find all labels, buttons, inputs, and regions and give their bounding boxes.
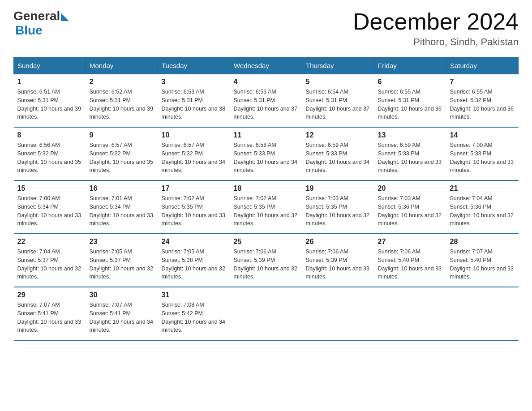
- month-title: December 2024: [353, 9, 519, 34]
- day-info: Sunrise: 6:55 AMSunset: 5:32 PMDaylight:…: [450, 89, 514, 120]
- day-number: 6: [378, 78, 443, 86]
- day-info: Sunrise: 6:51 AMSunset: 5:31 PMDaylight:…: [17, 89, 81, 120]
- table-row: 29 Sunrise: 7:07 AMSunset: 5:41 PMDaylig…: [14, 287, 86, 340]
- day-number: 21: [450, 184, 515, 193]
- table-row: 7 Sunrise: 6:55 AMSunset: 5:32 PMDayligh…: [446, 74, 519, 128]
- table-row: 5 Sunrise: 6:54 AMSunset: 5:31 PMDayligh…: [302, 74, 374, 128]
- calendar-body: 1 Sunrise: 6:51 AMSunset: 5:31 PMDayligh…: [14, 74, 519, 341]
- title-area: December 2024 Pithoro, Sindh, Pakistan: [353, 9, 519, 48]
- day-number: 22: [17, 238, 82, 246]
- day-info: Sunrise: 6:52 AMSunset: 5:31 PMDaylight:…: [90, 89, 153, 120]
- day-info: Sunrise: 7:05 AMSunset: 5:37 PMDaylight:…: [90, 248, 153, 280]
- day-number: 18: [234, 184, 299, 193]
- day-number: 28: [450, 238, 515, 246]
- day-info: Sunrise: 7:05 AMSunset: 5:38 PMDaylight:…: [162, 248, 225, 280]
- table-row: 6 Sunrise: 6:55 AMSunset: 5:31 PMDayligh…: [374, 74, 446, 128]
- table-row: 25 Sunrise: 7:06 AMSunset: 5:39 PMDaylig…: [230, 234, 302, 287]
- day-number: 17: [162, 184, 227, 193]
- day-info: Sunrise: 6:55 AMSunset: 5:31 PMDaylight:…: [378, 89, 442, 120]
- day-number: 4: [234, 78, 299, 86]
- logo: General Blue: [13, 9, 69, 38]
- table-row: 20 Sunrise: 7:03 AMSunset: 5:36 PMDaylig…: [374, 180, 446, 234]
- day-info: Sunrise: 6:54 AMSunset: 5:31 PMDaylight:…: [306, 89, 369, 120]
- day-number: 15: [17, 184, 82, 193]
- day-number: 29: [17, 291, 82, 299]
- day-number: 10: [162, 131, 227, 139]
- table-row: 19 Sunrise: 7:03 AMSunset: 5:35 PMDaylig…: [302, 180, 374, 234]
- day-info: Sunrise: 7:04 AMSunset: 5:37 PMDaylight:…: [17, 248, 81, 280]
- table-row: 24 Sunrise: 7:05 AMSunset: 5:38 PMDaylig…: [158, 234, 230, 287]
- day-number: 1: [17, 78, 82, 86]
- col-sunday: Sunday: [14, 57, 86, 74]
- day-number: 2: [90, 78, 154, 86]
- day-number: 3: [162, 78, 227, 86]
- table-row: 28 Sunrise: 7:07 AMSunset: 5:40 PMDaylig…: [446, 234, 519, 287]
- day-info: Sunrise: 6:53 AMSunset: 5:31 PMDaylight:…: [162, 89, 225, 120]
- table-row: 31 Sunrise: 7:08 AMSunset: 5:42 PMDaylig…: [158, 287, 230, 340]
- day-info: Sunrise: 7:08 AMSunset: 5:42 PMDaylight:…: [162, 302, 225, 333]
- day-number: 23: [90, 238, 154, 246]
- day-number: 19: [306, 184, 371, 193]
- table-row: 3 Sunrise: 6:53 AMSunset: 5:31 PMDayligh…: [158, 74, 230, 128]
- table-row: [446, 287, 519, 340]
- day-number: 9: [90, 131, 154, 139]
- calendar-table: Sunday Monday Tuesday Wednesday Thursday…: [13, 57, 519, 341]
- day-info: Sunrise: 7:02 AMSunset: 5:35 PMDaylight:…: [234, 195, 297, 227]
- table-row: 2 Sunrise: 6:52 AMSunset: 5:31 PMDayligh…: [86, 74, 158, 128]
- table-row: 13 Sunrise: 6:59 AMSunset: 5:33 PMDaylig…: [374, 127, 446, 180]
- day-number: 20: [378, 184, 443, 193]
- day-info: Sunrise: 6:56 AMSunset: 5:32 PMDaylight:…: [17, 142, 81, 173]
- table-row: 23 Sunrise: 7:05 AMSunset: 5:37 PMDaylig…: [86, 234, 158, 287]
- table-row: 14 Sunrise: 7:00 AMSunset: 5:33 PMDaylig…: [446, 127, 519, 180]
- day-info: Sunrise: 7:06 AMSunset: 5:39 PMDaylight:…: [234, 248, 297, 280]
- day-info: Sunrise: 7:03 AMSunset: 5:35 PMDaylight:…: [306, 195, 369, 227]
- col-friday: Friday: [374, 57, 446, 74]
- table-row: 27 Sunrise: 7:06 AMSunset: 5:40 PMDaylig…: [374, 234, 446, 287]
- col-wednesday: Wednesday: [230, 57, 302, 74]
- day-info: Sunrise: 7:00 AMSunset: 5:34 PMDaylight:…: [17, 195, 81, 227]
- table-row: 10 Sunrise: 6:57 AMSunset: 5:32 PMDaylig…: [158, 127, 230, 180]
- table-row: 4 Sunrise: 6:53 AMSunset: 5:31 PMDayligh…: [230, 74, 302, 128]
- table-row: [374, 287, 446, 340]
- day-info: Sunrise: 6:59 AMSunset: 5:33 PMDaylight:…: [306, 142, 369, 173]
- day-number: 11: [234, 131, 299, 139]
- col-tuesday: Tuesday: [158, 57, 230, 74]
- day-info: Sunrise: 6:59 AMSunset: 5:33 PMDaylight:…: [378, 142, 442, 173]
- table-row: 8 Sunrise: 6:56 AMSunset: 5:32 PMDayligh…: [14, 127, 86, 180]
- table-row: 11 Sunrise: 6:58 AMSunset: 5:33 PMDaylig…: [230, 127, 302, 180]
- day-number: 16: [90, 184, 154, 193]
- day-info: Sunrise: 7:06 AMSunset: 5:39 PMDaylight:…: [306, 248, 369, 280]
- table-row: 22 Sunrise: 7:04 AMSunset: 5:37 PMDaylig…: [14, 234, 86, 287]
- day-number: 30: [90, 291, 154, 299]
- table-row: 15 Sunrise: 7:00 AMSunset: 5:34 PMDaylig…: [14, 180, 86, 234]
- table-row: [230, 287, 302, 340]
- table-row: 1 Sunrise: 6:51 AMSunset: 5:31 PMDayligh…: [14, 74, 86, 128]
- day-info: Sunrise: 7:00 AMSunset: 5:33 PMDaylight:…: [450, 142, 514, 173]
- day-info: Sunrise: 7:01 AMSunset: 5:34 PMDaylight:…: [90, 195, 153, 227]
- table-row: 12 Sunrise: 6:59 AMSunset: 5:33 PMDaylig…: [302, 127, 374, 180]
- day-number: 27: [378, 238, 443, 246]
- day-info: Sunrise: 7:02 AMSunset: 5:35 PMDaylight:…: [162, 195, 225, 227]
- day-number: 25: [234, 238, 299, 246]
- location-text: Pithoro, Sindh, Pakistan: [353, 36, 519, 48]
- logo-blue-text: Blue: [15, 23, 43, 38]
- day-info: Sunrise: 6:58 AMSunset: 5:33 PMDaylight:…: [234, 142, 297, 173]
- day-info: Sunrise: 7:06 AMSunset: 5:40 PMDaylight:…: [378, 248, 442, 280]
- table-row: 21 Sunrise: 7:04 AMSunset: 5:36 PMDaylig…: [446, 180, 519, 234]
- day-info: Sunrise: 7:07 AMSunset: 5:41 PMDaylight:…: [90, 302, 153, 333]
- table-row: 26 Sunrise: 7:06 AMSunset: 5:39 PMDaylig…: [302, 234, 374, 287]
- day-number: 5: [306, 78, 371, 86]
- day-info: Sunrise: 7:04 AMSunset: 5:36 PMDaylight:…: [450, 195, 514, 227]
- day-info: Sunrise: 6:53 AMSunset: 5:31 PMDaylight:…: [234, 89, 297, 120]
- page-header: General Blue December 2024 Pithoro, Sind…: [13, 9, 519, 48]
- logo-triangle-icon: [61, 13, 69, 21]
- day-info: Sunrise: 7:03 AMSunset: 5:36 PMDaylight:…: [378, 195, 442, 227]
- day-number: 14: [450, 131, 515, 139]
- day-number: 8: [17, 131, 82, 139]
- table-row: 30 Sunrise: 7:07 AMSunset: 5:41 PMDaylig…: [86, 287, 158, 340]
- day-info: Sunrise: 6:57 AMSunset: 5:32 PMDaylight:…: [162, 142, 225, 173]
- table-row: 18 Sunrise: 7:02 AMSunset: 5:35 PMDaylig…: [230, 180, 302, 234]
- day-info: Sunrise: 6:57 AMSunset: 5:32 PMDaylight:…: [90, 142, 153, 173]
- day-number: 7: [450, 78, 515, 86]
- col-monday: Monday: [86, 57, 158, 74]
